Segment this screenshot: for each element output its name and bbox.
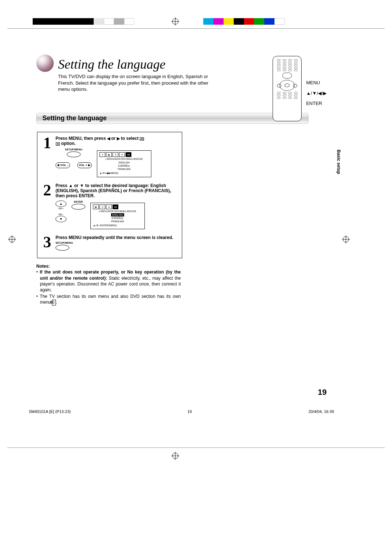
- footer-left: 5M40101A [E] (P13-23): [29, 409, 71, 414]
- osd-tab-icon: ⊘: [106, 204, 112, 209]
- page-ref: 40: [52, 300, 56, 305]
- footer-mid: 19: [187, 409, 192, 414]
- remote-label-enter: ENTER: [306, 98, 327, 109]
- section-header: Setting the language: [36, 113, 309, 124]
- osd-heading: LANGUAGE/IDIOMA/LANGUE: [93, 210, 142, 212]
- enter-label: ENTER: [74, 200, 83, 203]
- colorbar-left: [33, 18, 134, 25]
- osd-opt: FRANCAIS: [99, 167, 149, 171]
- step-1: 1 Press MENU, then press ◀ or ▶ to selec…: [43, 136, 176, 179]
- osd-nav-icon: ✦: [99, 152, 105, 157]
- remote-label-menu: MENU: [306, 78, 327, 88]
- section-title: Setting the language: [42, 114, 107, 122]
- notes-section: Notes: • If the unit does not operate pr…: [36, 263, 181, 305]
- remote-dpad: [279, 80, 295, 91]
- step1-text-a: Press MENU, then press: [56, 136, 107, 141]
- note-2: • The TV section has its own menu and al…: [36, 293, 181, 305]
- osd-opt: ESPAÑOL: [93, 216, 142, 220]
- registration-mark-icon: [171, 17, 179, 25]
- note-2-c: .: [56, 300, 57, 305]
- vol-plus-button-icon: VOL +▶: [77, 162, 92, 168]
- step1-text-c: to select: [120, 136, 140, 141]
- setup-menu-label: SETUP/MENU: [65, 148, 82, 151]
- top-rule: [7, 28, 385, 29]
- step2-text: Press ▲ or ▼ to select the desired langu…: [56, 183, 171, 198]
- sphere-icon: [36, 54, 54, 72]
- ch-minus-button-icon: ▼: [56, 216, 66, 222]
- step-number: 1: [43, 136, 56, 179]
- right-triangle-icon: ▶: [117, 136, 120, 141]
- osd-tab-icon: ▦: [106, 152, 112, 157]
- remote-menu-button: [282, 73, 292, 78]
- steps-box: 1 Press MENU, then press ◀ or ▶ to selec…: [37, 132, 182, 259]
- osd-tab-icon: ☰: [99, 204, 105, 209]
- side-tab: Basic setup: [336, 150, 341, 174]
- ch-plus-label: CH +: [58, 207, 64, 210]
- bottom-rule: [7, 447, 385, 448]
- note-1: • If the unit does not operate properly,…: [36, 269, 181, 293]
- osd-tab-icon: ⊘: [119, 152, 125, 157]
- step1-text-b: or: [110, 136, 117, 141]
- remote-label-arrows: ▲/▼/◀/▶: [306, 88, 327, 99]
- step-3: 3 Press MENU repeatedly until the menu s…: [43, 235, 176, 251]
- osd-opt: ENGLISH: [99, 161, 149, 164]
- registration-mark-icon: [8, 235, 16, 243]
- intro-text: This TV/DVD can display the on screen la…: [58, 73, 218, 93]
- ch-minus-label: CH –: [58, 213, 64, 215]
- vol-minus-button-icon: ◀VOL –: [56, 162, 70, 168]
- osd-opt: ESPAÑOL: [99, 164, 149, 167]
- enter-button-icon: [72, 204, 85, 210]
- step1-text-d: option.: [60, 141, 75, 146]
- registration-mark-icon: [342, 235, 350, 243]
- step-number: 3: [43, 235, 56, 251]
- osd-opt-selected: ENGLISH: [111, 213, 124, 216]
- osd-heading: LANGUAGE/IDIOMA/LANGUE: [99, 158, 149, 160]
- osd-screen-2: ▦ ☰ ⊘ AB LANGUAGE/IDIOMA/LANGUE ENGLISH …: [90, 203, 145, 229]
- print-footer: 5M40101A [E] (P13-23) 19 20/4/04, 16:39: [29, 409, 334, 414]
- osd-tab-lang-icon: AB: [113, 204, 118, 209]
- osd-tab-lang-icon: AB: [126, 152, 131, 157]
- remote-outline: [273, 56, 302, 121]
- ch-plus-button-icon: ▲: [56, 200, 66, 207]
- notes-header: Notes:: [36, 264, 50, 269]
- osd-footer: ▲/▼/ ENTER/MENU: [93, 224, 142, 227]
- page-number: 19: [318, 388, 327, 397]
- registration-mark-icon: [171, 452, 179, 460]
- step-number: 2: [43, 183, 56, 231]
- setup-menu-label: SETUP/MENU: [56, 242, 176, 244]
- step3-text: Press MENU repeatedly until the menu scr…: [56, 235, 173, 240]
- footer-right: 20/4/04, 16:39: [309, 409, 334, 414]
- osd-tab-icon: ▦: [93, 204, 99, 209]
- remote-diagram: MENU ▲/▼/◀/▶ ENTER: [273, 56, 327, 121]
- step-2: 2 Press ▲ or ▼ to select the desired lan…: [43, 183, 176, 231]
- left-triangle-icon: ◀: [107, 136, 110, 141]
- setup-menu-button-icon: [56, 245, 69, 251]
- osd-tab-icon: ☰: [113, 152, 118, 157]
- osd-opt: FRANCAIS: [93, 220, 142, 223]
- setup-menu-button-icon: [67, 151, 81, 157]
- osd-screen-1: ✦ ▦ ☰ ⊘ AB LANGUAGE/IDIOMA/LANGUE ENGLIS…: [97, 150, 151, 177]
- osd-footer: ▲/▼/◀/▶/MENU: [99, 172, 149, 175]
- colorbar-right: [203, 18, 285, 25]
- note-2-a: The TV section has its own menu and also…: [40, 294, 181, 305]
- page-title: Setting the language: [58, 57, 166, 72]
